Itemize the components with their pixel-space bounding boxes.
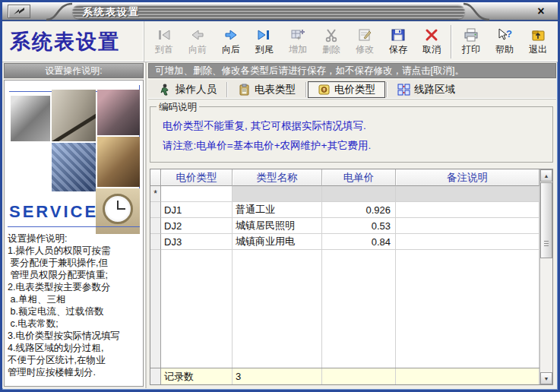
scroll-down-button[interactable]: ▼ <box>540 372 552 384</box>
tab-meter-type[interactable]: 电表类型 <box>229 81 305 98</box>
save-floppy-icon <box>390 27 407 43</box>
cell-price-type[interactable]: DJ1 <box>161 202 233 218</box>
cell-type-name[interactable] <box>233 186 322 202</box>
row-selector[interactable] <box>150 234 161 250</box>
modify-edit-icon <box>356 27 373 43</box>
column-header-note: 备注说明 <box>396 169 539 186</box>
cell-unit-price[interactable] <box>322 186 396 202</box>
tab-operators[interactable]: 操作人员 <box>150 81 226 98</box>
instruction-line: c.电表常数; <box>8 318 143 330</box>
instruction-line: a.单相、三相 <box>8 293 143 305</box>
toolbar: 到首 向前 向后 到尾 <box>144 21 558 62</box>
exit-icon <box>530 27 546 43</box>
sidebar-title: 设置操作说明: <box>4 63 144 78</box>
tab-price-type[interactable]: 电价类型 <box>308 81 385 98</box>
cell-note[interactable] <box>396 234 539 250</box>
grid-footer-row: 记录数 3 <box>150 368 539 384</box>
grid-corner-cell <box>150 169 161 186</box>
scroll-thumb[interactable] <box>540 182 552 258</box>
scroll-up-button[interactable]: ▲ <box>540 169 552 182</box>
groupbox-encoding: 编码说明 电价类型不能重复, 其它可根据实际情况填写. 请注意:电单价=基本电价… <box>150 106 553 163</box>
collage-image-tool <box>11 96 50 141</box>
toolbar-button-add: 增加 <box>281 24 315 60</box>
cell-note[interactable] <box>396 218 539 234</box>
delete-scissors-icon <box>323 27 340 43</box>
grid-header-row: 电价类型 类型名称 电单价 备注说明 <box>150 169 539 186</box>
toolbar-button-help[interactable]: ? 帮助 <box>488 24 521 60</box>
toolbar-button-cancel[interactable]: 取消 <box>415 24 448 60</box>
toolbar-button-next[interactable]: 向后 <box>214 24 248 60</box>
titlebar-swoosh-left <box>45 2 75 21</box>
cell-type-name[interactable]: 城镇商业用电 <box>233 234 322 250</box>
cell-price-type[interactable]: DJ2 <box>161 218 233 234</box>
page-title: 系统表设置 <box>2 21 144 62</box>
note-line: 请注意:电单价=基本电价+农网维护+其它费用. <box>157 136 546 156</box>
grid-new-row[interactable]: * <box>150 186 539 202</box>
help-icon: ? <box>496 27 513 43</box>
row-selector[interactable]: * <box>150 186 161 202</box>
instruction-line: 管理时应按楼幢划分. <box>8 366 143 378</box>
meter-type-icon <box>238 84 251 96</box>
instruction-line: 管理员权限分配要慎重; <box>8 269 143 281</box>
record-count-label: 记录数 <box>161 368 233 384</box>
toolbar-button-last[interactable]: 到尾 <box>248 24 281 60</box>
groupbox-title: 编码说明 <box>157 101 199 114</box>
note-line: 电价类型不能重复, 其它可根据实际情况填写. <box>157 116 546 136</box>
toolbar-button-prev: 向前 <box>181 24 214 60</box>
collage-image-handshake <box>97 137 140 187</box>
body: 设置操作说明: SERVICE 设置操作说明: <box>2 62 558 388</box>
cell-price-type[interactable] <box>161 186 233 202</box>
tab-content: 编码说明 电价类型不能重复, 其它可根据实际情况填写. 请注意:电单价=基本电价… <box>148 100 556 388</box>
record-count-value: 3 <box>233 368 322 384</box>
grid-scrollbar[interactable]: ▲ ▼ <box>539 169 552 384</box>
row-selector[interactable] <box>150 202 161 218</box>
scroll-thumb-grip <box>544 241 549 247</box>
toolbar-button-exit[interactable]: 退出 <box>521 24 555 60</box>
collage-image-pen <box>52 90 96 141</box>
collage-image-instruments <box>97 90 140 135</box>
operator-icon <box>159 84 172 96</box>
cell-note[interactable] <box>396 202 539 218</box>
table-row[interactable]: DJ1 普通工业 0.926 <box>150 202 539 218</box>
main-area: 可增加、删除、修改各类型后请进行保存，如不保存修改，请点击[取消]。 操作人员 <box>147 62 558 388</box>
close-icon: × <box>537 5 544 18</box>
decor-line-bottom <box>8 226 140 227</box>
tab-separator <box>386 82 388 97</box>
instruction-line: 要分配便于兼职操作,但 <box>8 257 143 269</box>
cell-price-type[interactable]: DJ3 <box>161 234 233 250</box>
tab-separator <box>226 82 228 97</box>
instruction-line: b.额定电流、过载倍数 <box>8 305 143 318</box>
tab-line-area[interactable]: 线路区域 <box>388 81 464 98</box>
cell-type-name[interactable]: 城镇居民照明 <box>233 218 322 234</box>
to-first-icon <box>156 27 172 43</box>
collage-image-keyboard <box>52 143 96 191</box>
scroll-up-icon: ▲ <box>544 173 549 179</box>
table-row[interactable]: DJ3 城镇商业用电 0.84 <box>150 234 539 250</box>
toolbar-button-save[interactable]: 保存 <box>381 24 415 60</box>
sidebar: 设置操作说明: SERVICE 设置操作说明: <box>2 62 147 388</box>
grid-empty-area <box>150 250 539 368</box>
row-selector[interactable] <box>150 218 161 234</box>
line-area-icon <box>397 84 410 96</box>
column-header-type-name: 类型名称 <box>233 169 322 186</box>
toolbar-separator <box>451 25 452 58</box>
cell-type-name[interactable]: 普通工业 <box>233 202 322 218</box>
tab-label: 操作人员 <box>176 83 217 96</box>
close-button[interactable]: × <box>530 5 552 18</box>
toolbar-button-modify: 修改 <box>348 24 381 60</box>
to-last-icon <box>256 27 273 43</box>
header-band: 系统表设置 到首 向前 向后 <box>2 21 558 62</box>
cell-unit-price[interactable]: 0.84 <box>322 234 396 250</box>
cell-note[interactable] <box>396 186 539 202</box>
prev-icon <box>189 27 206 43</box>
window-title: 系统表设置 <box>72 5 140 19</box>
sidebar-panel: SERVICE 设置操作说明: 1.操作人员的权限可按需 要分配便于兼职操作,但… <box>4 80 144 387</box>
table-row[interactable]: DJ2 城镇居民照明 0.53 <box>150 218 539 234</box>
next-icon <box>223 27 239 43</box>
instruction-line: 2.电表类型按主要参数分 <box>8 281 143 293</box>
toolbar-button-delete: 删除 <box>315 24 348 60</box>
cell-unit-price[interactable]: 0.53 <box>322 218 396 234</box>
toolbar-button-print[interactable]: 打印 <box>454 24 488 60</box>
title-bar[interactable]: 系统表设置 × <box>2 2 558 21</box>
cell-unit-price[interactable]: 0.926 <box>322 202 396 218</box>
